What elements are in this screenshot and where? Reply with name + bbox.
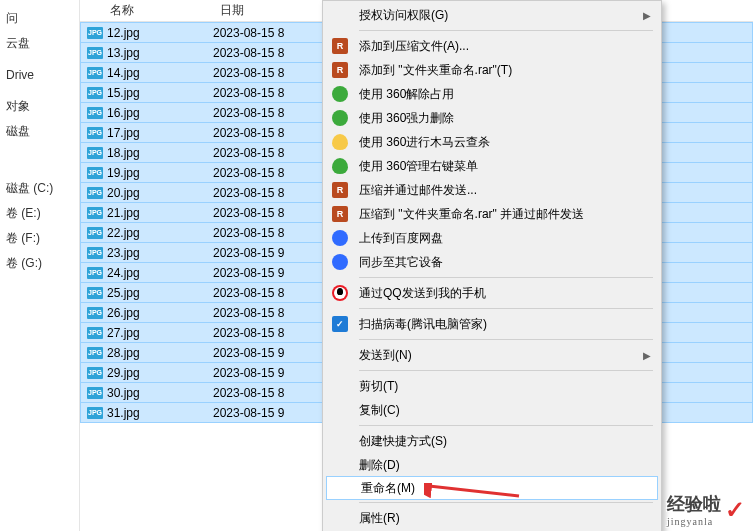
rar-icon: R — [331, 37, 349, 55]
file-name: 13.jpg — [107, 46, 213, 60]
jpg-icon: JPG — [87, 67, 103, 79]
file-name: 12.jpg — [107, 26, 213, 40]
menu-create-shortcut[interactable]: 创建快捷方式(S) — [325, 429, 659, 453]
360-icon — [331, 109, 349, 127]
file-name: 14.jpg — [107, 66, 213, 80]
menu-delete[interactable]: 删除(D) — [325, 453, 659, 477]
blank-icon — [331, 509, 349, 527]
sidebar-item[interactable]: 卷 (G:) — [0, 251, 79, 276]
chevron-right-icon: ▶ — [643, 10, 651, 21]
jpg-icon: JPG — [87, 187, 103, 199]
file-name: 17.jpg — [107, 126, 213, 140]
watermark: 经验啦 jingyanla ✓ — [667, 492, 745, 527]
rar-icon: R — [331, 181, 349, 199]
menu-label: 扫描病毒(腾讯电脑管家) — [359, 316, 641, 333]
sidebar-item[interactable]: 问 — [0, 6, 79, 31]
context-menu: 授权访问权限(G) ▶ R 添加到压缩文件(A)... R 添加到 "文件夹重命… — [322, 0, 662, 531]
jpg-icon: JPG — [87, 347, 103, 359]
sidebar-item[interactable] — [0, 160, 79, 168]
menu-label: 发送到(N) — [359, 347, 641, 364]
blank-icon — [331, 432, 349, 450]
menu-add-to-rar[interactable]: R 添加到 "文件夹重命名.rar"(T) — [325, 58, 659, 82]
menu-360-trojan[interactable]: 使用 360进行木马云查杀 — [325, 130, 659, 154]
jpg-icon: JPG — [87, 407, 103, 419]
sidebar-item[interactable] — [0, 144, 79, 152]
menu-label: 重命名(M) — [361, 480, 639, 497]
menu-qq-send[interactable]: 通过QQ发送到我的手机 — [325, 281, 659, 305]
sidebar-item[interactable]: 卷 (F:) — [0, 226, 79, 251]
menu-separator — [359, 308, 653, 309]
menu-label: 压缩到 "文件夹重命名.rar" 并通过邮件发送 — [359, 206, 641, 223]
menu-360-delete[interactable]: 使用 360强力删除 — [325, 106, 659, 130]
jpg-icon: JPG — [87, 307, 103, 319]
file-name: 28.jpg — [107, 346, 213, 360]
menu-archive-mail[interactable]: R 压缩并通过邮件发送... — [325, 178, 659, 202]
blank-icon — [331, 401, 349, 419]
menu-label: 删除(D) — [359, 457, 641, 474]
file-name: 22.jpg — [107, 226, 213, 240]
menu-label: 使用 360管理右键菜单 — [359, 158, 641, 175]
file-name: 24.jpg — [107, 266, 213, 280]
jpg-icon: JPG — [87, 367, 103, 379]
rar-icon: R — [331, 61, 349, 79]
jpg-icon: JPG — [87, 387, 103, 399]
menu-send-to[interactable]: 发送到(N) ▶ — [325, 343, 659, 367]
header-name[interactable]: 名称 — [80, 2, 220, 19]
check-icon: ✓ — [725, 496, 745, 524]
file-name: 25.jpg — [107, 286, 213, 300]
rar-icon: R — [331, 205, 349, 223]
360-icon — [331, 85, 349, 103]
jpg-icon: JPG — [87, 127, 103, 139]
shield-icon — [331, 157, 349, 175]
jpg-icon: JPG — [87, 87, 103, 99]
jpg-icon: JPG — [87, 147, 103, 159]
menu-archive-to-mail[interactable]: R 压缩到 "文件夹重命名.rar" 并通过邮件发送 — [325, 202, 659, 226]
sidebar-item[interactable] — [0, 152, 79, 160]
sidebar-item[interactable]: 磁盘 — [0, 119, 79, 144]
shield-icon: ✓ — [331, 315, 349, 333]
menu-label: 同步至其它设备 — [359, 254, 641, 271]
file-name: 15.jpg — [107, 86, 213, 100]
sidebar-item[interactable] — [0, 86, 79, 94]
menu-separator — [359, 370, 653, 371]
sidebar-item[interactable]: 卷 (E:) — [0, 201, 79, 226]
blank-icon — [331, 456, 349, 474]
jpg-icon: JPG — [87, 107, 103, 119]
sidebar-item[interactable]: Drive — [0, 64, 79, 86]
menu-label: 压缩并通过邮件发送... — [359, 182, 641, 199]
sidebar: 问 云盘 Drive 对象 磁盘 磁盘 (C:) 卷 (E:) 卷 (F:) 卷… — [0, 0, 80, 531]
sidebar-item[interactable]: 磁盘 (C:) — [0, 176, 79, 201]
jpg-icon: JPG — [87, 27, 103, 39]
menu-360-unlock[interactable]: 使用 360解除占用 — [325, 82, 659, 106]
menu-sync-device[interactable]: 同步至其它设备 — [325, 250, 659, 274]
menu-label: 复制(C) — [359, 402, 641, 419]
menu-grant-access[interactable]: 授权访问权限(G) ▶ — [325, 3, 659, 27]
menu-rename[interactable]: 重命名(M) — [326, 476, 658, 500]
menu-baidu-upload[interactable]: 上传到百度网盘 — [325, 226, 659, 250]
jpg-icon: JPG — [87, 247, 103, 259]
sidebar-item[interactable] — [0, 168, 79, 176]
sidebar-item[interactable]: 对象 — [0, 94, 79, 119]
menu-scan-virus[interactable]: ✓ 扫描病毒(腾讯电脑管家) — [325, 312, 659, 336]
menu-properties[interactable]: 属性(R) — [325, 506, 659, 530]
menu-cut[interactable]: 剪切(T) — [325, 374, 659, 398]
blank-icon — [331, 377, 349, 395]
file-name: 19.jpg — [107, 166, 213, 180]
file-name: 31.jpg — [107, 406, 213, 420]
menu-label: 通过QQ发送到我的手机 — [359, 285, 641, 302]
menu-copy[interactable]: 复制(C) — [325, 398, 659, 422]
file-name: 16.jpg — [107, 106, 213, 120]
sidebar-item[interactable]: 云盘 — [0, 31, 79, 56]
jpg-icon: JPG — [87, 47, 103, 59]
menu-360-context[interactable]: 使用 360管理右键菜单 — [325, 154, 659, 178]
qq-icon — [331, 284, 349, 302]
jpg-icon: JPG — [87, 207, 103, 219]
file-name: 26.jpg — [107, 306, 213, 320]
menu-label: 上传到百度网盘 — [359, 230, 641, 247]
menu-label: 添加到压缩文件(A)... — [359, 38, 641, 55]
blank-icon — [333, 479, 351, 497]
menu-add-archive[interactable]: R 添加到压缩文件(A)... — [325, 34, 659, 58]
menu-separator — [359, 502, 653, 503]
sidebar-item[interactable] — [0, 56, 79, 64]
file-name: 20.jpg — [107, 186, 213, 200]
